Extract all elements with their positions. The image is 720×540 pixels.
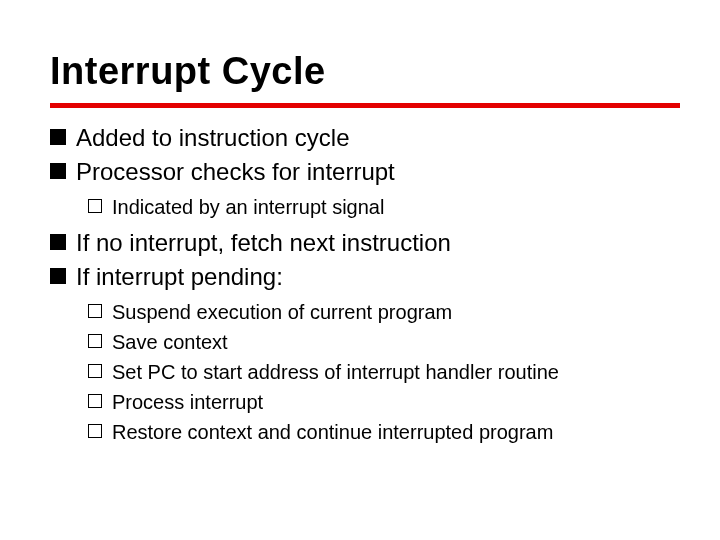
list-item: Indicated by an interrupt signal	[88, 193, 680, 221]
list-item: Added to instruction cycle	[50, 122, 680, 154]
bullet-text: If interrupt pending:	[76, 263, 283, 290]
list-item: If no interrupt, fetch next instruction	[50, 227, 680, 259]
bullet-text: Save context	[112, 331, 228, 353]
bullet-list: Added to instruction cycle Processor che…	[50, 122, 680, 446]
bullet-text: Processor checks for interrupt	[76, 158, 395, 185]
bullet-text: Set PC to start address of interrupt han…	[112, 361, 559, 383]
list-item: Save context	[88, 328, 680, 356]
title-underline	[50, 103, 680, 108]
list-item: Processor checks for interrupt Indicated…	[50, 156, 680, 220]
slide-title: Interrupt Cycle	[50, 50, 680, 93]
list-item: Suspend execution of current program	[88, 298, 680, 326]
list-item: If interrupt pending: Suspend execution …	[50, 261, 680, 445]
bullet-text: Process interrupt	[112, 391, 263, 413]
bullet-text: If no interrupt, fetch next instruction	[76, 229, 451, 256]
sub-bullet-list: Suspend execution of current program Sav…	[76, 298, 680, 446]
bullet-text: Indicated by an interrupt signal	[112, 196, 384, 218]
sub-bullet-list: Indicated by an interrupt signal	[76, 193, 680, 221]
list-item: Restore context and continue interrupted…	[88, 418, 680, 446]
slide: Interrupt Cycle Added to instruction cyc…	[0, 0, 720, 540]
list-item: Set PC to start address of interrupt han…	[88, 358, 680, 386]
bullet-text: Added to instruction cycle	[76, 124, 349, 151]
bullet-text: Suspend execution of current program	[112, 301, 452, 323]
bullet-text: Restore context and continue interrupted…	[112, 421, 553, 443]
list-item: Process interrupt	[88, 388, 680, 416]
